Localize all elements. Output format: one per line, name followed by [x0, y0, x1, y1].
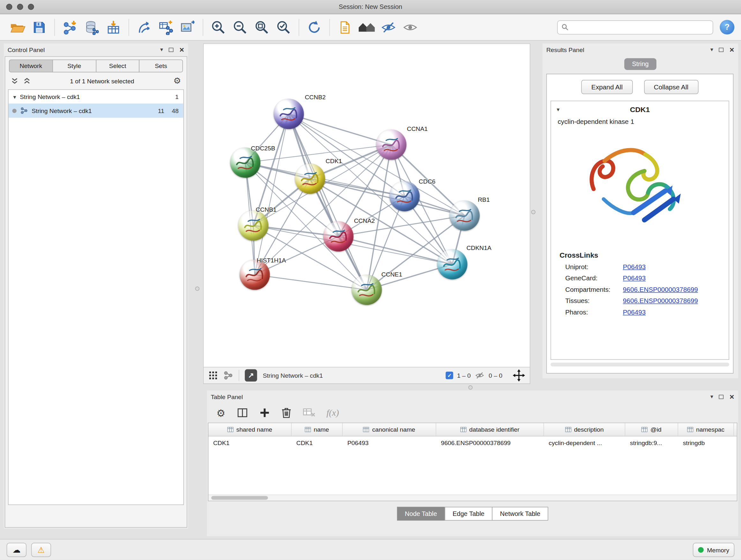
float-panel-icon[interactable] [719, 48, 724, 52]
column-header--id[interactable]: @id [625, 423, 678, 436]
column-header-description[interactable]: description [544, 423, 625, 436]
birds-eye-toggle-button[interactable]: ↗ [245, 369, 257, 382]
gear-icon[interactable]: ⚙ [173, 77, 181, 85]
function-builder-icon[interactable]: f(x) [327, 408, 339, 418]
panel-menu-icon[interactable]: ▾ [711, 46, 713, 53]
edge-CCNB2-HIST1H1A[interactable] [255, 114, 289, 275]
gene-collapse-icon[interactable]: ▾ [557, 106, 576, 113]
string-tab-badge[interactable]: String [624, 58, 657, 70]
network-node-cdkn1a[interactable] [437, 249, 468, 279]
grid-view-icon[interactable] [208, 371, 218, 380]
table-settings-gear-icon[interactable]: ⚙ [216, 408, 225, 418]
network-node-hist1h1a[interactable] [240, 260, 270, 290]
crosslink-link[interactable]: P06493 [623, 263, 646, 270]
network-node-cdc25b[interactable] [230, 147, 260, 178]
network-from-table-button[interactable] [155, 16, 177, 38]
collapse-all-button[interactable]: Collapse All [644, 80, 698, 94]
panel-menu-icon[interactable]: ▾ [711, 393, 713, 400]
collapse-all-icon[interactable] [11, 78, 18, 84]
add-column-icon[interactable] [259, 408, 270, 418]
expand-all-icon[interactable] [23, 78, 31, 84]
crosslink-link[interactable]: 9606.ENSP00000378699 [623, 286, 698, 293]
maximize-window-button[interactable] [28, 4, 34, 10]
network-node-ccnb2[interactable] [273, 99, 304, 129]
edge-HIST1H1A-CCNE1[interactable] [255, 274, 367, 290]
zoom-selected-icon [276, 19, 291, 35]
show-columns-icon[interactable] [237, 407, 248, 419]
float-panel-icon[interactable] [719, 395, 724, 399]
scrollbar-thumb[interactable] [211, 496, 268, 500]
warnings-button[interactable]: ⚠ [31, 543, 51, 557]
save-session-button[interactable] [28, 16, 50, 38]
crosslink-link[interactable]: P06493 [623, 274, 646, 282]
tab-style[interactable]: Style [52, 60, 96, 72]
import-network-file-button[interactable] [59, 16, 81, 38]
network-canvas[interactable]: CCNB2CCNA1CDC25BCDK1CDC6RB1CCNB1CCNA2CDK… [204, 44, 530, 367]
network-node-rb1[interactable] [449, 200, 480, 231]
tab-sets[interactable]: Sets [139, 60, 183, 72]
close-panel-icon[interactable]: ✕ [729, 393, 734, 400]
crosslink-link[interactable]: 9606.ENSP00000378699 [623, 297, 698, 305]
network-node-ccne1[interactable] [352, 274, 382, 305]
column-header-canonical-name[interactable]: canonical name [343, 423, 436, 436]
cloud-status-button[interactable]: ☁ [7, 543, 26, 557]
memory-button[interactable]: Memory [693, 543, 734, 557]
zoom-in-button[interactable] [207, 16, 229, 38]
panel-menu-icon[interactable]: ▾ [160, 46, 163, 53]
tab-network[interactable]: Network [9, 60, 53, 72]
tab-network-table[interactable]: Network Table [492, 507, 549, 521]
help-button[interactable]: ? [720, 20, 734, 35]
close-panel-icon[interactable]: ✕ [729, 46, 734, 53]
zoom-selected-button[interactable] [273, 16, 294, 38]
import-network-database-button[interactable] [81, 16, 103, 38]
table-horizontal-scrollbar[interactable] [208, 495, 737, 501]
home-button[interactable] [356, 16, 378, 38]
horizontal-splitter-handle[interactable] [468, 385, 473, 389]
search-input[interactable] [571, 23, 709, 30]
minimize-window-button[interactable] [17, 4, 23, 10]
table-row[interactable]: CDK1CDK1P064939606.ENSP00000378699cyclin… [208, 436, 737, 449]
zoom-fit-button[interactable] [251, 16, 273, 38]
float-panel-icon[interactable] [169, 48, 174, 52]
close-window-button[interactable] [6, 4, 12, 10]
results-scrollbar[interactable] [550, 363, 729, 367]
network-node-cdk1[interactable] [295, 164, 325, 194]
copy-document-button[interactable] [334, 16, 356, 38]
column-header-name[interactable]: name [292, 423, 343, 436]
right-splitter-handle[interactable] [531, 210, 536, 214]
export-image-button[interactable] [177, 16, 199, 38]
export-image-icon [180, 19, 195, 35]
column-header-database-identifier[interactable]: database identifier [436, 423, 544, 436]
tab-select[interactable]: Select [96, 60, 139, 72]
network-row-selected[interactable]: String Network – cdk1 11 48 [9, 104, 184, 118]
refresh-layout-button[interactable] [304, 16, 325, 38]
crosslink-link[interactable]: P06493 [623, 308, 646, 316]
hidden-eye-slash-icon[interactable] [475, 371, 485, 380]
column-header-shared-name[interactable]: shared name [208, 423, 292, 436]
expand-all-button[interactable]: Expand All [582, 80, 632, 94]
selected-checkbox-icon[interactable]: ✓ [446, 372, 454, 379]
tree-expand-icon[interactable]: ▾ [13, 93, 16, 100]
edge-CCNB2-CCNE1[interactable] [289, 114, 367, 290]
network-node-ccna1[interactable] [376, 130, 407, 160]
import-table-button[interactable] [103, 16, 124, 38]
tab-edge-table[interactable]: Edge Table [445, 507, 492, 521]
new-network-button[interactable] [133, 16, 155, 38]
network-collection-row[interactable]: ▾ String Network – cdk1 1 [9, 90, 184, 104]
network-node-ccnb1[interactable] [238, 210, 268, 241]
column-header-namespac[interactable]: namespac [678, 423, 734, 436]
network-node-cdc6[interactable] [389, 181, 420, 211]
zoom-out-button[interactable] [229, 16, 251, 38]
left-splitter-handle[interactable] [195, 287, 199, 291]
hide-selected-button[interactable] [378, 16, 399, 38]
tab-node-table[interactable]: Node Table [397, 507, 445, 521]
show-all-button[interactable] [399, 16, 421, 38]
network-small-icon[interactable] [223, 371, 233, 380]
fit-selected-crosshair-icon[interactable] [513, 369, 525, 382]
close-panel-icon[interactable]: ✕ [179, 46, 184, 53]
network-node-ccna2[interactable] [323, 221, 354, 252]
table-cell: CDK1 [208, 439, 292, 446]
crosslink-label: Uniprot: [565, 263, 623, 270]
delete-column-trash-icon[interactable] [281, 407, 292, 419]
open-session-button[interactable] [7, 16, 28, 38]
